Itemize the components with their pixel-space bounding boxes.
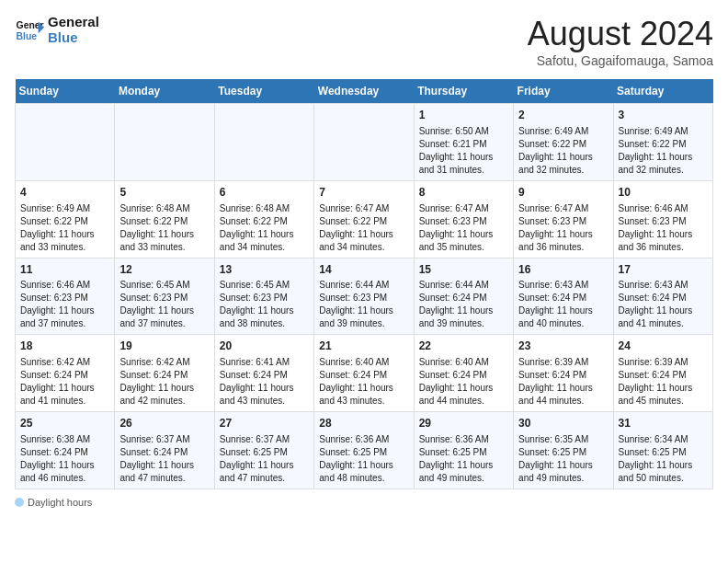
day-number: 7 [319,185,408,201]
cell-info: Sunrise: 6:43 AM [518,279,608,292]
calendar-cell: 5Sunrise: 6:48 AMSunset: 6:22 PMDaylight… [115,180,214,258]
calendar-table: SundayMondayTuesdayWednesdayThursdayFrid… [15,79,713,489]
cell-info: Daylight: 11 hours and 33 minutes. [20,228,109,254]
cell-info: Daylight: 11 hours and 34 minutes. [220,228,309,254]
week-row-1: 1Sunrise: 6:50 AMSunset: 6:21 PMDaylight… [16,104,713,181]
calendar-cell: 8Sunrise: 6:47 AMSunset: 6:23 PMDaylight… [414,180,513,258]
cell-info: Sunset: 6:24 PM [119,446,209,459]
day-number: 22 [419,339,508,354]
cell-info: Sunrise: 6:49 AM [20,202,109,215]
calendar-cell: 12Sunrise: 6:45 AMSunset: 6:23 PMDayligh… [115,258,214,335]
calendar-cell: 2Sunrise: 6:49 AMSunset: 6:22 PMDaylight… [514,104,613,181]
cell-info: Sunrise: 6:48 AM [220,202,309,215]
cell-info: Daylight: 11 hours and 36 minutes. [619,228,708,254]
day-number: 13 [220,262,309,278]
day-number: 30 [518,416,608,431]
calendar-cell: 14Sunrise: 6:44 AMSunset: 6:23 PMDayligh… [314,258,414,335]
logo-general: General [48,15,99,30]
cell-info: Sunrise: 6:36 AM [419,433,508,446]
day-number: 8 [419,185,508,201]
cell-info: Sunset: 6:22 PM [220,215,309,228]
cell-info: Daylight: 11 hours and 43 minutes. [220,382,309,408]
day-number: 20 [220,339,309,354]
cell-info: Daylight: 11 hours and 33 minutes. [119,228,209,254]
cell-info: Sunrise: 6:47 AM [319,202,408,215]
cell-info: Sunrise: 6:35 AM [518,433,608,446]
cell-info: Sunrise: 6:39 AM [518,356,608,369]
calendar-cell: 9Sunrise: 6:47 AMSunset: 6:23 PMDaylight… [514,180,613,258]
day-number: 15 [419,262,508,278]
calendar-cell: 23Sunrise: 6:39 AMSunset: 6:24 PMDayligh… [514,335,613,412]
day-number: 2 [518,108,608,123]
header-tuesday: Tuesday [214,79,313,104]
cell-info: Sunset: 6:21 PM [419,138,508,151]
day-number: 11 [20,262,109,278]
cell-info: Daylight: 11 hours and 40 minutes. [518,304,608,330]
cell-info: Sunset: 6:25 PM [220,446,309,459]
cell-info: Daylight: 11 hours and 38 minutes. [220,304,309,330]
cell-info: Sunset: 6:25 PM [419,446,508,459]
cell-info: Sunset: 6:24 PM [20,369,109,382]
cell-info: Daylight: 11 hours and 37 minutes. [119,304,209,330]
calendar-footer: Daylight hours [15,497,713,508]
cell-info: Daylight: 11 hours and 39 minutes. [419,304,508,330]
cell-info: Daylight: 11 hours and 35 minutes. [419,228,508,254]
cell-info: Daylight: 11 hours and 48 minutes. [319,459,408,485]
cell-info: Daylight: 11 hours and 43 minutes. [319,382,408,408]
cell-info: Sunrise: 6:46 AM [619,202,708,215]
calendar-cell: 30Sunrise: 6:35 AMSunset: 6:25 PMDayligh… [514,412,613,489]
header-sunday: Sunday [16,79,115,104]
cell-info: Sunrise: 6:40 AM [419,356,508,369]
cell-info: Sunrise: 6:38 AM [20,433,109,446]
day-number: 4 [20,185,109,201]
cell-info: Sunrise: 6:50 AM [419,125,508,138]
calendar-cell: 18Sunrise: 6:42 AMSunset: 6:24 PMDayligh… [16,335,115,412]
calendar-header: SundayMondayTuesdayWednesdayThursdayFrid… [16,79,713,104]
cell-info: Daylight: 11 hours and 34 minutes. [319,228,408,254]
cell-info: Sunset: 6:23 PM [518,215,608,228]
cell-info: Sunrise: 6:37 AM [119,433,209,446]
week-row-2: 4Sunrise: 6:49 AMSunset: 6:22 PMDaylight… [16,180,713,258]
cell-info: Daylight: 11 hours and 32 minutes. [619,151,708,177]
cell-info: Daylight: 11 hours and 49 minutes. [518,459,608,485]
day-number: 18 [20,339,109,354]
calendar-cell: 10Sunrise: 6:46 AMSunset: 6:23 PMDayligh… [613,180,712,258]
cell-info: Daylight: 11 hours and 45 minutes. [619,382,708,408]
day-number: 23 [518,339,608,354]
week-row-4: 18Sunrise: 6:42 AMSunset: 6:24 PMDayligh… [16,335,713,412]
cell-info: Sunset: 6:24 PM [419,369,508,382]
cell-info: Sunset: 6:25 PM [619,446,708,459]
page-header: General Blue General Blue August 2024 Sa… [15,15,713,68]
logo: General Blue General Blue [15,15,99,45]
cell-info: Sunset: 6:24 PM [619,292,708,304]
page-title: August 2024 [528,15,713,53]
calendar-cell [314,104,414,181]
calendar-cell [214,104,313,181]
calendar-cell [115,104,214,181]
header-thursday: Thursday [414,79,513,104]
daylight-label: Daylight hours [28,497,92,508]
cell-info: Sunrise: 6:46 AM [20,279,109,292]
cell-info: Daylight: 11 hours and 42 minutes. [119,382,209,408]
cell-info: Sunrise: 6:43 AM [619,279,708,292]
cell-info: Daylight: 11 hours and 46 minutes. [20,459,109,485]
cell-info: Sunrise: 6:39 AM [619,356,708,369]
calendar-cell: 25Sunrise: 6:38 AMSunset: 6:24 PMDayligh… [16,412,115,489]
calendar-cell: 15Sunrise: 6:44 AMSunset: 6:24 PMDayligh… [414,258,513,335]
calendar-cell: 21Sunrise: 6:40 AMSunset: 6:24 PMDayligh… [314,335,414,412]
cell-info: Sunset: 6:23 PM [220,292,309,304]
calendar-cell: 22Sunrise: 6:40 AMSunset: 6:24 PMDayligh… [414,335,513,412]
header-monday: Monday [115,79,214,104]
day-number: 3 [619,108,708,123]
cell-info: Sunset: 6:23 PM [20,292,109,304]
calendar-cell: 19Sunrise: 6:42 AMSunset: 6:24 PMDayligh… [115,335,214,412]
calendar-cell: 17Sunrise: 6:43 AMSunset: 6:24 PMDayligh… [613,258,712,335]
day-number: 26 [119,416,209,431]
cell-info: Sunset: 6:22 PM [619,138,708,151]
day-number: 27 [220,416,309,431]
cell-info: Daylight: 11 hours and 41 minutes. [619,304,708,330]
page-subtitle: Safotu, Gagaifomauga, Samoa [528,53,713,68]
cell-info: Daylight: 11 hours and 41 minutes. [20,382,109,408]
cell-info: Sunrise: 6:47 AM [518,202,608,215]
calendar-cell: 4Sunrise: 6:49 AMSunset: 6:22 PMDaylight… [16,180,115,258]
